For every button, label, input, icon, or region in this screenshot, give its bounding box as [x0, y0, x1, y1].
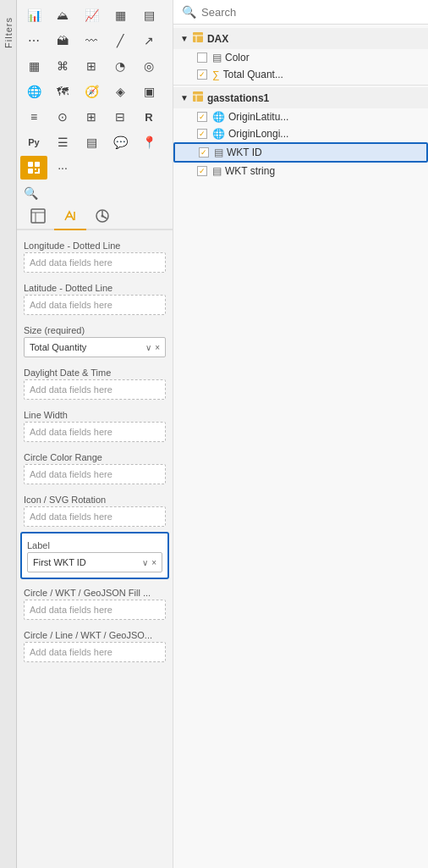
compass-icon[interactable]: 🧭: [78, 80, 105, 103]
tab-analytics[interactable]: [86, 203, 118, 229]
circle-color-range-section: Circle Color Range Add data fields here: [17, 445, 173, 488]
label-section-label: Label: [27, 537, 162, 552]
comment-icon[interactable]: 💬: [107, 130, 134, 154]
tab-bar: [17, 203, 173, 230]
tree-item-total-quantity[interactable]: ∑ Total Quant...: [173, 66, 428, 83]
label-section: Label First WKT ID ∨ ×: [20, 532, 169, 579]
origin-latitude-checkbox[interactable]: [197, 112, 207, 122]
svg-rect-3: [35, 169, 36, 170]
circle-color-range-label: Circle Color Range: [24, 449, 166, 464]
icon-panel: 📊 ⛰ 📈 ▦ ▤ ⋯ 🏔 〰 ╱ ↗ ▦ ⌘ ⊞ ◔ ◎ 🌐 🗺 🧭 ◈ ▣ …: [17, 0, 173, 868]
area-chart-icon[interactable]: ⛰: [49, 3, 76, 27]
globe-type-icon: 🌐: [212, 111, 225, 123]
chevron-down-icon[interactable]: ∨: [145, 343, 151, 352]
funnel-icon[interactable]: ⌘: [49, 54, 76, 78]
donut-icon[interactable]: ◎: [135, 54, 162, 78]
search-bar: 🔍: [173, 0, 428, 25]
close-icon[interactable]: ×: [155, 343, 160, 352]
longitude-dotted-dropzone[interactable]: Add data fields here: [24, 252, 166, 273]
grid2-icon[interactable]: ⊞: [78, 54, 105, 78]
tree-group-dax-label: DAX: [207, 33, 228, 45]
tree-group-dax-header[interactable]: ▼ DAX: [173, 28, 428, 49]
wkt-string-checkbox[interactable]: [197, 166, 207, 176]
label-filled[interactable]: First WKT ID ∨ ×: [27, 552, 162, 572]
daylight-datetime-dropzone[interactable]: Add data fields here: [24, 379, 166, 400]
latitude-dotted-dropzone[interactable]: Add data fields here: [24, 295, 166, 315]
r-icon[interactable]: R: [135, 105, 162, 129]
matrix-icon[interactable]: ⊞: [78, 105, 105, 129]
filters-tab[interactable]: Filters: [0, 0, 17, 868]
tree-group-gasstations-header[interactable]: ▼ gasstations1: [173, 87, 428, 108]
python-icon[interactable]: Py: [20, 130, 47, 154]
data-panel: 🔍 ▼ DAX ▤ Color: [173, 0, 428, 868]
svg-rect-13: [193, 32, 203, 42]
text-type-icon: ▤: [212, 52, 222, 64]
circle-line-wkt-label: Circle / Line / WKT / GeoJSO...: [24, 627, 166, 642]
svg-rect-16: [193, 91, 203, 102]
chevron-down-icon[interactable]: ∨: [142, 558, 148, 567]
data-tree: ▼ DAX ▤ Color ∑ Total: [173, 25, 428, 868]
icon-svg-rotation-section: Icon / SVG Rotation Add data fields here: [17, 488, 173, 530]
custom-visual-icon[interactable]: [20, 156, 47, 180]
wkt-string-label: WKT string: [225, 165, 421, 177]
tree-item-wkt-id[interactable]: ▤ WKT ID: [173, 142, 428, 163]
wave-icon[interactable]: 〰: [78, 29, 105, 53]
circle-line-wkt-dropzone[interactable]: Add data fields here: [24, 642, 166, 662]
histogram-icon[interactable]: ▦: [107, 3, 134, 27]
table-icon[interactable]: ▦: [20, 54, 47, 78]
multi-chart-icon[interactable]: ▤: [135, 3, 162, 27]
arrow-icon[interactable]: ↗: [135, 29, 162, 53]
list-table-icon[interactable]: ≡: [20, 105, 47, 129]
circle-wkt-fill-dropzone[interactable]: Add data fields here: [24, 600, 166, 620]
photo-icon[interactable]: ▣: [135, 80, 162, 103]
label-controls: ∨ ×: [142, 558, 156, 567]
gauge-icon[interactable]: ⊙: [49, 105, 76, 129]
tree-item-origin-longitude[interactable]: 🌐 OriginLongi...: [173, 125, 428, 142]
wkt-id-label: WKT ID: [227, 147, 420, 158]
latitude-dotted-label: Latitude - Dotted Line: [24, 279, 166, 295]
scatter-icon[interactable]: ⋯: [20, 29, 47, 53]
line-chart-icon[interactable]: 📈: [78, 3, 105, 27]
tree-group-dax: ▼ DAX ▤ Color ∑ Total: [173, 28, 428, 83]
size-required-label: Size (required): [24, 322, 166, 337]
daylight-datetime-label: Daylight Date & Time: [24, 364, 166, 379]
circle-line-wkt-section: Circle / Line / WKT / GeoJSO... Add data…: [17, 623, 173, 666]
origin-longitude-label: OriginLongi...: [228, 128, 421, 140]
tree-item-wkt-string[interactable]: ▤ WKT string: [173, 163, 428, 180]
line2-icon[interactable]: ╱: [107, 29, 134, 53]
tree-divider: [173, 85, 428, 86]
icon-svg-rotation-dropzone[interactable]: Add data fields here: [24, 506, 166, 527]
color-checkbox[interactable]: [197, 53, 207, 63]
line-width-section: Line Width Add data fields here: [17, 403, 173, 445]
wkt-id-checkbox[interactable]: [199, 147, 209, 158]
tree-item-origin-latitude[interactable]: 🌐 OriginLatitu...: [173, 108, 428, 125]
list2-icon[interactable]: ☰: [49, 130, 76, 154]
pie-icon[interactable]: ◔: [107, 54, 134, 78]
svg-rect-1: [35, 162, 40, 167]
longitude-dotted-label: Longitude - Dotted Line: [24, 237, 166, 252]
bar-chart-icon[interactable]: 📊: [20, 3, 47, 27]
total-quantity-checkbox[interactable]: [197, 69, 207, 80]
circle-color-range-dropzone[interactable]: Add data fields here: [24, 464, 166, 484]
svg-rect-0: [28, 162, 33, 167]
text2-type-icon: ▤: [214, 147, 223, 158]
origin-longitude-checkbox[interactable]: [197, 129, 207, 139]
icon-svg-rotation-label: Icon / SVG Rotation: [24, 491, 166, 506]
tab-format[interactable]: [54, 203, 86, 230]
table-dax-icon: [192, 31, 204, 46]
globe-icon[interactable]: 🌐: [20, 80, 47, 103]
line-width-dropzone[interactable]: Add data fields here: [24, 422, 166, 442]
map-area-icon[interactable]: 🏔: [49, 29, 76, 53]
ellipsis-icon[interactable]: ···: [49, 156, 76, 180]
satellite-icon[interactable]: ◈: [107, 80, 134, 103]
close-icon[interactable]: ×: [151, 558, 156, 567]
search-input[interactable]: [201, 6, 420, 19]
grid3-icon[interactable]: ⊟: [107, 105, 134, 129]
tree-item-color[interactable]: ▤ Color: [173, 49, 428, 66]
size-required-filled[interactable]: Total Quantity ∨ ×: [24, 337, 166, 357]
location-icon[interactable]: 📍: [135, 130, 162, 154]
tab-fields[interactable]: [22, 203, 54, 229]
map2-icon[interactable]: 🗺: [49, 80, 76, 103]
textbox-icon[interactable]: ▤: [78, 130, 105, 154]
size-required-controls: ∨ ×: [145, 343, 160, 352]
